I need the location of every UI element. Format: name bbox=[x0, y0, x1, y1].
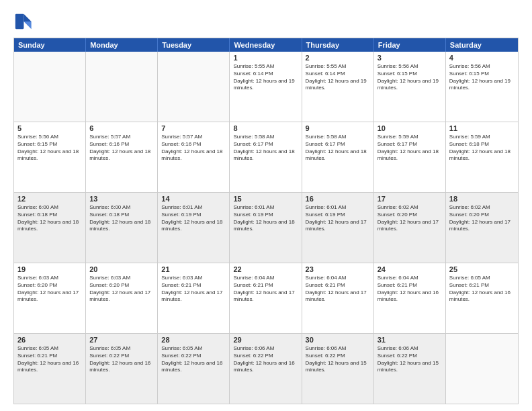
calendar-row: 19Sunrise: 6:03 AM Sunset: 6:20 PM Dayli… bbox=[14, 263, 518, 333]
day-number: 16 bbox=[306, 195, 370, 203]
calendar-cell: 18Sunrise: 6:02 AM Sunset: 6:20 PM Dayli… bbox=[446, 193, 518, 263]
day-number: 9 bbox=[306, 124, 370, 132]
day-info: Sunrise: 6:03 AM Sunset: 6:20 PM Dayligh… bbox=[89, 275, 154, 304]
day-number: 28 bbox=[161, 336, 226, 344]
day-info: Sunrise: 6:05 AM Sunset: 6:22 PM Dayligh… bbox=[161, 345, 226, 374]
calendar-cell: 21Sunrise: 6:03 AM Sunset: 6:21 PM Dayli… bbox=[158, 263, 230, 333]
day-number: 21 bbox=[161, 265, 226, 273]
day-number: 13 bbox=[89, 195, 154, 203]
calendar-cell: 23Sunrise: 6:04 AM Sunset: 6:21 PM Dayli… bbox=[302, 263, 374, 333]
calendar-cell: 27Sunrise: 6:05 AM Sunset: 6:22 PM Dayli… bbox=[86, 334, 158, 404]
calendar-cell: 15Sunrise: 6:01 AM Sunset: 6:19 PM Dayli… bbox=[230, 193, 302, 263]
calendar-cell: 11Sunrise: 5:59 AM Sunset: 6:18 PM Dayli… bbox=[446, 122, 518, 192]
day-info: Sunrise: 5:57 AM Sunset: 6:16 PM Dayligh… bbox=[89, 134, 154, 163]
day-info: Sunrise: 5:57 AM Sunset: 6:16 PM Dayligh… bbox=[161, 134, 226, 163]
weekday-header: Thursday bbox=[302, 38, 374, 52]
calendar-cell: 14Sunrise: 6:01 AM Sunset: 6:19 PM Dayli… bbox=[158, 193, 230, 263]
calendar-cell: 26Sunrise: 6:05 AM Sunset: 6:21 PM Dayli… bbox=[14, 334, 86, 404]
day-info: Sunrise: 6:04 AM Sunset: 6:21 PM Dayligh… bbox=[233, 275, 298, 304]
calendar: SundayMondayTuesdayWednesdayThursdayFrid… bbox=[13, 38, 519, 404]
logo-icon bbox=[13, 12, 32, 31]
calendar-cell: 7Sunrise: 5:57 AM Sunset: 6:16 PM Daylig… bbox=[158, 122, 230, 192]
day-info: Sunrise: 6:02 AM Sunset: 6:20 PM Dayligh… bbox=[378, 204, 442, 233]
day-info: Sunrise: 5:56 AM Sunset: 6:15 PM Dayligh… bbox=[378, 63, 442, 92]
day-info: Sunrise: 6:05 AM Sunset: 6:21 PM Dayligh… bbox=[449, 275, 515, 304]
day-number: 7 bbox=[161, 124, 226, 132]
day-info: Sunrise: 6:00 AM Sunset: 6:18 PM Dayligh… bbox=[17, 204, 82, 233]
day-info: Sunrise: 6:06 AM Sunset: 6:22 PM Dayligh… bbox=[378, 345, 442, 374]
calendar-row: 5Sunrise: 5:56 AM Sunset: 6:15 PM Daylig… bbox=[14, 122, 518, 192]
calendar-cell: 19Sunrise: 6:03 AM Sunset: 6:20 PM Dayli… bbox=[14, 263, 86, 333]
calendar-cell: 31Sunrise: 6:06 AM Sunset: 6:22 PM Dayli… bbox=[374, 334, 446, 404]
calendar-row: 12Sunrise: 6:00 AM Sunset: 6:18 PM Dayli… bbox=[14, 192, 518, 263]
day-number: 26 bbox=[17, 336, 82, 344]
day-info: Sunrise: 6:03 AM Sunset: 6:20 PM Dayligh… bbox=[17, 275, 82, 304]
day-number: 4 bbox=[449, 54, 515, 62]
calendar-cell: 29Sunrise: 6:06 AM Sunset: 6:22 PM Dayli… bbox=[230, 334, 302, 404]
day-info: Sunrise: 5:59 AM Sunset: 6:18 PM Dayligh… bbox=[449, 134, 515, 163]
calendar-cell: 4Sunrise: 5:56 AM Sunset: 6:15 PM Daylig… bbox=[446, 52, 518, 122]
day-number: 22 bbox=[233, 265, 298, 273]
calendar-cell: 20Sunrise: 6:03 AM Sunset: 6:20 PM Dayli… bbox=[86, 263, 158, 333]
svg-marker-1 bbox=[24, 21, 31, 29]
day-number: 24 bbox=[378, 265, 442, 273]
calendar-row: 26Sunrise: 6:05 AM Sunset: 6:21 PM Dayli… bbox=[14, 333, 518, 404]
calendar-cell: 3Sunrise: 5:56 AM Sunset: 6:15 PM Daylig… bbox=[374, 52, 446, 122]
day-info: Sunrise: 6:01 AM Sunset: 6:19 PM Dayligh… bbox=[161, 204, 226, 233]
day-info: Sunrise: 6:01 AM Sunset: 6:19 PM Dayligh… bbox=[233, 204, 298, 233]
day-number: 5 bbox=[17, 124, 82, 132]
calendar-cell: 13Sunrise: 6:00 AM Sunset: 6:18 PM Dayli… bbox=[86, 193, 158, 263]
day-info: Sunrise: 5:56 AM Sunset: 6:15 PM Dayligh… bbox=[449, 63, 515, 92]
calendar-cell: 6Sunrise: 5:57 AM Sunset: 6:16 PM Daylig… bbox=[86, 122, 158, 192]
calendar-header: SundayMondayTuesdayWednesdayThursdayFrid… bbox=[14, 38, 518, 52]
day-number: 29 bbox=[233, 336, 298, 344]
day-number: 14 bbox=[161, 195, 226, 203]
day-info: Sunrise: 5:56 AM Sunset: 6:15 PM Dayligh… bbox=[17, 134, 82, 163]
day-number: 23 bbox=[306, 265, 370, 273]
header bbox=[13, 12, 519, 31]
calendar-cell: 24Sunrise: 6:04 AM Sunset: 6:21 PM Dayli… bbox=[374, 263, 446, 333]
day-info: Sunrise: 5:58 AM Sunset: 6:17 PM Dayligh… bbox=[306, 134, 370, 163]
day-number: 10 bbox=[378, 124, 442, 132]
calendar-cell: 1Sunrise: 5:55 AM Sunset: 6:14 PM Daylig… bbox=[230, 52, 302, 122]
calendar-cell: 28Sunrise: 6:05 AM Sunset: 6:22 PM Dayli… bbox=[158, 334, 230, 404]
calendar-cell bbox=[158, 52, 230, 122]
weekday-header: Tuesday bbox=[158, 38, 230, 52]
day-info: Sunrise: 6:05 AM Sunset: 6:21 PM Dayligh… bbox=[17, 345, 82, 374]
weekday-header: Friday bbox=[374, 38, 446, 52]
day-number: 3 bbox=[378, 54, 442, 62]
calendar-cell: 30Sunrise: 6:06 AM Sunset: 6:22 PM Dayli… bbox=[302, 334, 374, 404]
day-info: Sunrise: 6:00 AM Sunset: 6:18 PM Dayligh… bbox=[89, 204, 154, 233]
day-number: 15 bbox=[233, 195, 298, 203]
calendar-cell bbox=[14, 52, 86, 122]
day-number: 19 bbox=[17, 265, 82, 273]
day-number: 25 bbox=[449, 265, 515, 273]
calendar-cell: 9Sunrise: 5:58 AM Sunset: 6:17 PM Daylig… bbox=[302, 122, 374, 192]
day-info: Sunrise: 6:06 AM Sunset: 6:22 PM Dayligh… bbox=[306, 345, 370, 374]
calendar-body: 1Sunrise: 5:55 AM Sunset: 6:14 PM Daylig… bbox=[14, 52, 518, 404]
day-number: 17 bbox=[378, 195, 442, 203]
calendar-cell: 17Sunrise: 6:02 AM Sunset: 6:20 PM Dayli… bbox=[374, 193, 446, 263]
day-info: Sunrise: 6:02 AM Sunset: 6:20 PM Dayligh… bbox=[449, 204, 515, 233]
day-number: 6 bbox=[89, 124, 154, 132]
day-info: Sunrise: 6:01 AM Sunset: 6:19 PM Dayligh… bbox=[306, 204, 370, 233]
day-info: Sunrise: 5:55 AM Sunset: 6:14 PM Dayligh… bbox=[233, 63, 298, 92]
svg-marker-0 bbox=[24, 14, 31, 21]
logo bbox=[13, 12, 35, 31]
day-number: 30 bbox=[306, 336, 370, 344]
day-number: 27 bbox=[89, 336, 154, 344]
page: SundayMondayTuesdayWednesdayThursdayFrid… bbox=[0, 0, 532, 411]
weekday-header: Wednesday bbox=[230, 38, 302, 52]
calendar-cell: 12Sunrise: 6:00 AM Sunset: 6:18 PM Dayli… bbox=[14, 193, 86, 263]
weekday-header: Sunday bbox=[14, 38, 86, 52]
calendar-cell: 5Sunrise: 5:56 AM Sunset: 6:15 PM Daylig… bbox=[14, 122, 86, 192]
day-number: 1 bbox=[233, 54, 298, 62]
day-info: Sunrise: 6:04 AM Sunset: 6:21 PM Dayligh… bbox=[306, 275, 370, 304]
svg-rect-2 bbox=[15, 14, 24, 29]
day-number: 31 bbox=[378, 336, 442, 344]
day-info: Sunrise: 6:04 AM Sunset: 6:21 PM Dayligh… bbox=[378, 275, 442, 304]
calendar-cell: 16Sunrise: 6:01 AM Sunset: 6:19 PM Dayli… bbox=[302, 193, 374, 263]
day-info: Sunrise: 5:55 AM Sunset: 6:14 PM Dayligh… bbox=[306, 63, 370, 92]
day-number: 18 bbox=[449, 195, 515, 203]
day-number: 8 bbox=[233, 124, 298, 132]
